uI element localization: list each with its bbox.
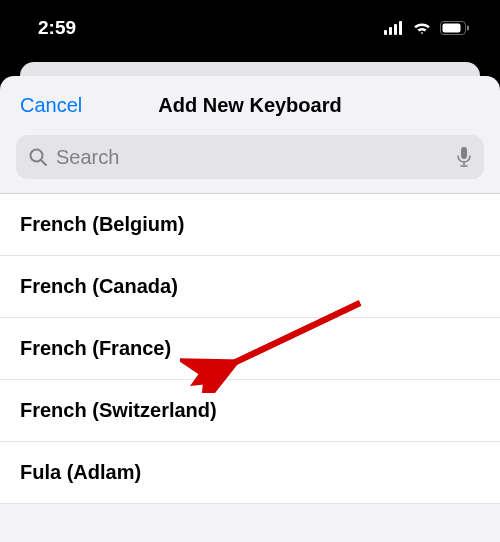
list-item[interactable]: French (Canada): [0, 256, 500, 318]
modal-sheet: Cancel Add New Keyboard French (Belgium)…: [0, 76, 500, 542]
sheet-title: Add New Keyboard: [158, 94, 341, 117]
search-field[interactable]: [16, 135, 484, 179]
search-icon: [28, 147, 48, 167]
list-item[interactable]: French (France): [0, 318, 500, 380]
svg-rect-2: [394, 24, 397, 35]
status-time: 2:59: [38, 17, 76, 39]
svg-rect-9: [461, 147, 467, 159]
list-item[interactable]: French (Belgium): [0, 194, 500, 256]
svg-rect-1: [389, 27, 392, 35]
list-item[interactable]: Fula (Adlam): [0, 442, 500, 504]
wifi-icon: [412, 21, 432, 35]
sheet-header: Cancel Add New Keyboard: [0, 76, 500, 135]
battery-icon: [440, 21, 470, 35]
status-icons: [384, 21, 470, 35]
cellular-signal-icon: [384, 21, 404, 35]
cancel-button[interactable]: Cancel: [20, 94, 82, 117]
keyboard-list: French (Belgium) French (Canada) French …: [0, 193, 500, 504]
svg-line-8: [41, 160, 46, 165]
svg-rect-0: [384, 30, 387, 35]
microphone-icon[interactable]: [456, 146, 472, 168]
search-input[interactable]: [56, 146, 448, 169]
status-bar: 2:59: [0, 0, 500, 56]
svg-rect-6: [467, 26, 469, 31]
svg-rect-5: [443, 24, 461, 33]
list-item[interactable]: French (Switzerland): [0, 380, 500, 442]
svg-rect-3: [399, 21, 402, 35]
